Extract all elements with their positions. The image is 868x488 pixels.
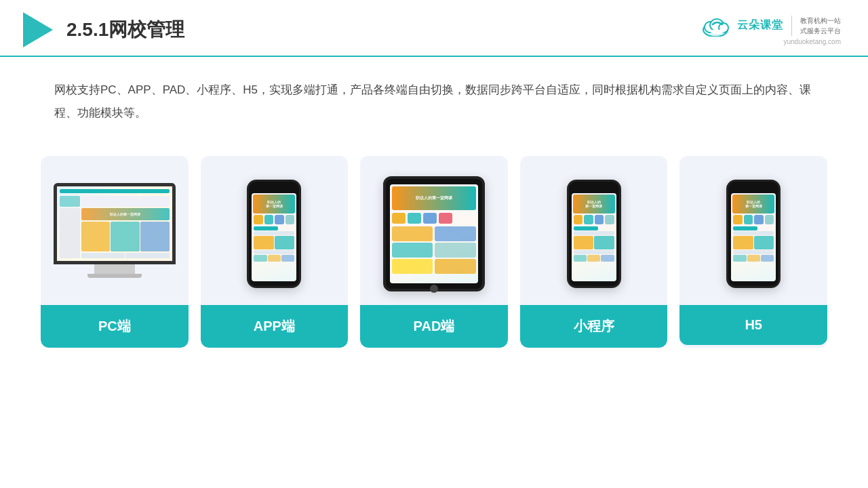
tablet-icon-1 [392,213,406,224]
phone-card-2 [275,236,295,249]
phone-cards-2 [574,236,614,249]
phone-card-1 [254,236,274,249]
phone-line-3 [254,250,294,254]
tablet-card-2 [392,243,433,258]
phone-line-2 [254,231,294,235]
phone-app-icon: 职达人的第一堂网课 [247,180,301,288]
tablet-icon-2 [408,213,421,224]
phone-icon-3-4 [765,215,774,224]
card-app-label: APP端 [201,305,349,348]
phone-line-3-3 [733,250,774,254]
phone-h5-icon: 职达人的第一堂网课 [726,180,781,288]
phone-line-2-3 [574,250,614,254]
phone-card-3-2 [754,236,774,249]
phone-card-2-1 [574,236,594,249]
play-triangle-icon [23,12,53,47]
tablet-home-btn [430,285,438,293]
cloud-logo-icon [701,15,734,37]
phone-icons-2 [573,214,615,225]
card-h5-image: 职达人的第一堂网课 [679,156,827,305]
phone-icons-3 [732,214,774,225]
phone-notch-3 [745,187,762,190]
card-app: 职达人的第一堂网课 [201,156,349,348]
phone-icon-2 [264,215,274,224]
phone-icon-3-3 [754,215,764,224]
phone-icon-3 [275,215,284,224]
phone-content-3 [732,226,774,280]
logo-tagline: 教育机构一站式服务云平台 [800,16,841,36]
description-text: 网校支持PC、APP、PAD、小程序、H5，实现多端打通，产品各终端自由切换，数… [0,57,868,125]
phone-screen: 职达人的第一堂网课 [252,193,296,281]
tablet-col-2 [435,226,476,281]
phone-screen-3: 职达人的第一堂网课 [731,193,776,281]
phone-icon-3-1 [733,215,743,224]
card-pad-label: PAD端 [360,305,508,348]
phone-banner-text: 职达人的第一堂网课 [266,200,283,208]
phone-banner-text-3: 职达人的第一堂网课 [745,200,762,208]
phone-banner-2: 职达人的第一堂网课 [573,195,615,214]
tablet-card-4 [435,226,476,241]
phone-icon-4 [285,215,295,224]
card-h5: 职达人的第一堂网课 [679,156,827,348]
brand-icon [20,12,56,47]
card-miniapp-label: 小程序 [520,305,668,348]
phone-banner-text-2: 职达人的第一堂网课 [585,200,602,208]
card-pad: 职达人的第一堂网课 [360,156,508,348]
card-app-image: 职达人的第一堂网课 [201,156,349,305]
phone-notch [266,187,282,190]
phone-icon-2-4 [605,215,614,224]
phone-card-3-1 [733,236,753,249]
phone-line-1 [254,226,278,230]
logo-divider [791,16,792,36]
tablet-icon-3 [423,213,437,224]
logo-row: 云朵课堂 教育机构一站式服务云平台 [701,15,841,37]
phone-banner-3: 职达人的第一堂网课 [732,195,774,214]
tablet-card-6 [435,259,476,274]
phone-icons [253,214,295,225]
tablet-screen: 职达人的第一堂网课 [390,184,478,283]
phone-content-2 [573,226,615,280]
tablet-card-3 [392,259,433,274]
tablet-banner: 职达人的第一堂网课 [392,186,476,210]
phone-icon-3-2 [744,215,753,224]
card-miniapp-image: 职达人的第一堂网课 [520,156,668,305]
card-miniapp: 职达人的第一堂网课 [520,156,668,348]
phone-icon-2-2 [584,215,593,224]
tablet-icon: 职达人的第一堂网课 [383,176,485,291]
tablet-col-1 [392,226,433,281]
card-pc-image: 职达人的第一堂网课 [41,156,189,305]
card-pc: 职达人的第一堂网课 [41,156,189,348]
page-title: 2.5.1网校管理 [66,17,184,43]
monitor-stand [94,264,135,274]
card-h5-label: H5 [679,305,827,345]
tablet-content [392,226,476,281]
phone-icon-1 [254,215,263,224]
monitor-screen: 职达人的第一堂网课 [54,183,176,264]
description-paragraph: 网校支持PC、APP、PAD、小程序、H5，实现多端打通，产品各终端自由切换，数… [54,79,814,125]
tablet-icon-4 [439,213,452,224]
phone-banner: 职达人的第一堂网课 [253,195,295,214]
screen-nav-bar [60,189,170,193]
card-pad-image: 职达人的第一堂网课 [360,156,508,305]
tablet-card-1 [392,226,433,241]
pc-monitor-icon: 职达人的第一堂网课 [54,183,176,285]
tablet-icons [392,211,476,225]
screen-content: 职达人的第一堂网课 [57,186,172,261]
phone-line-3-1 [733,226,757,230]
header-left: 2.5.1网校管理 [20,12,184,47]
tablet-card-5 [435,243,476,258]
monitor-base [87,274,142,278]
phone-notch-2 [586,187,602,190]
card-pc-label: PC端 [41,305,189,348]
phone-miniapp-icon: 职达人的第一堂网课 [567,180,621,288]
phone-screen-2: 职达人的第一堂网课 [572,193,616,281]
cards-section: 职达人的第一堂网课 [0,131,868,368]
logo-name: 云朵课堂 [737,18,783,33]
phone-line-3-2 [733,231,774,235]
phone-card-2-2 [594,236,614,249]
phone-cards-3 [733,236,774,249]
logo-area: 云朵课堂 教育机构一站式服务云平台 yunduoketang.com [701,15,841,45]
phone-icon-2-3 [595,215,604,224]
phone-line-2-2 [574,231,614,235]
phone-content [253,226,295,280]
